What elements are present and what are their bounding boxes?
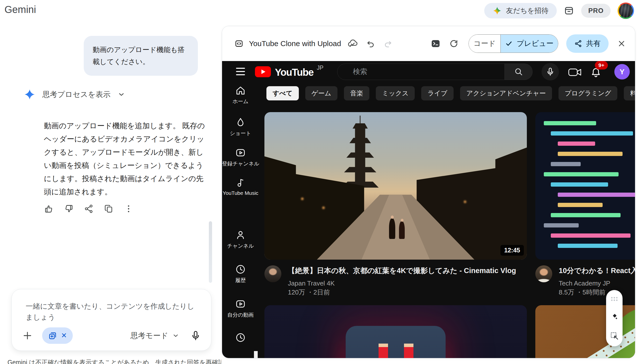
history-icon — [222, 264, 259, 275]
chip-games[interactable]: ゲーム — [305, 86, 338, 100]
preview-scrollbar[interactable] — [254, 351, 258, 358]
disclaimer-text: Gemini は不正確な情報を表示することがあるため、生成された回答を再確認する… — [8, 358, 221, 364]
youtube-logo-icon[interactable] — [255, 66, 271, 77]
gemini-sparkle-multicolor-icon — [493, 6, 502, 15]
close-icon[interactable] — [617, 39, 626, 48]
voice-input-icon[interactable] — [190, 330, 201, 341]
share-icon — [574, 40, 582, 48]
copy-button[interactable] — [102, 202, 116, 216]
shorts-icon — [222, 117, 259, 128]
menu-icon[interactable] — [236, 68, 245, 75]
code-file-icon — [234, 39, 244, 48]
remove-canvas-icon[interactable]: ✕ — [61, 332, 67, 339]
account-avatar[interactable] — [618, 2, 634, 19]
youtube-wordmark[interactable]: YouTube — [275, 67, 314, 78]
chip-cooking[interactable]: 料理 — [624, 86, 635, 100]
video-title[interactable]: 【絶景】日本の秋、京都の紅葉を4Kで撮影してみた - Cinematic Vlo… — [288, 265, 516, 276]
drag-handle-icon[interactable] — [610, 296, 618, 302]
canvas-title[interactable]: YouTube Clone with Upload — [249, 39, 341, 48]
search-input[interactable]: 検索 — [337, 64, 505, 80]
gemini-edit-icon[interactable] — [610, 312, 619, 321]
app-title: Gemini — [4, 4, 36, 15]
chip-all[interactable]: すべて — [266, 86, 299, 100]
clock-icon — [222, 332, 259, 343]
create-video-icon[interactable] — [568, 68, 582, 77]
sidebar-item-youtube-music[interactable]: YouTube Music — [222, 177, 259, 196]
canvas-header: YouTube Clone with Upload コード — [222, 26, 635, 61]
chip-mixes[interactable]: ミックス — [376, 86, 415, 100]
video-title[interactable]: 10分でわかる！React入門 — [559, 265, 635, 276]
youtube-avatar[interactable]: Y — [614, 64, 630, 80]
thinking-mode-select[interactable]: 思考モード — [130, 330, 179, 341]
channel-name[interactable]: Tech Academy JP — [559, 279, 635, 287]
tab-preview[interactable]: プレビュー — [501, 35, 558, 52]
refresh-preview-button[interactable] — [449, 39, 458, 48]
pro-badge: PRO — [581, 4, 610, 18]
home-icon — [222, 85, 259, 96]
search-placeholder: 検索 — [353, 64, 504, 80]
channel-avatar[interactable] — [535, 265, 552, 282]
canvas-icon — [48, 331, 57, 340]
sidebar-item-subscriptions[interactable]: 登録チャンネル — [222, 147, 259, 167]
duration-badge: 12:45 — [500, 245, 524, 256]
thinking-process-toggle[interactable]: 思考プロセスを表示 — [24, 89, 125, 100]
chip-action-adventure[interactable]: アクションアドベンチャー — [460, 86, 552, 100]
share-label: 共有 — [586, 38, 600, 48]
your-videos-icon — [222, 298, 259, 310]
canvas-panel: YouTube Clone with Upload コード — [222, 26, 635, 358]
voice-search-icon[interactable] — [542, 63, 559, 80]
video-thumbnail-kyoto[interactable]: 12:45 — [264, 112, 527, 260]
channel-icon — [222, 230, 259, 240]
music-icon — [222, 177, 259, 188]
sidebar-item-home[interactable]: ホーム — [222, 85, 259, 105]
canvas-tool-chip[interactable]: ✕ — [42, 328, 73, 344]
channel-name[interactable]: Japan Travel 4K — [288, 279, 516, 287]
video-meta[interactable]: 【絶景】日本の秋、京都の紅葉を4Kで撮影してみた - Cinematic Vlo… — [264, 265, 527, 296]
search-button[interactable] — [505, 64, 532, 80]
channel-avatar[interactable] — [264, 265, 281, 282]
sidebar-item-your-videos[interactable]: 自分の動画 — [222, 298, 259, 318]
sidebar-item-history[interactable]: 履歴 — [222, 264, 259, 284]
sidebar-item-shorts[interactable]: ショート — [222, 117, 259, 137]
tab-code[interactable]: コード — [469, 35, 501, 52]
sidebar-item-channel[interactable]: チャンネル — [222, 230, 259, 250]
youtube-preview: YouTube JP 検索 9+ Y ホーム — [222, 61, 635, 358]
invite-friends-button[interactable]: 友だちを招待 — [484, 3, 557, 18]
thumbs-down-button[interactable] — [62, 202, 76, 216]
tab-preview-label: プレビュー — [517, 38, 554, 48]
header-actions: 友だちを招待 PRO — [484, 2, 634, 19]
notification-count-badge: 9+ — [595, 61, 608, 70]
undo-button[interactable] — [366, 39, 375, 48]
user-message-text: 動画のアップロード機能も搭載してください。 — [93, 46, 185, 66]
archive-icon[interactable] — [564, 6, 574, 16]
sidebar-item-watch-later[interactable] — [222, 332, 259, 345]
model-response-text: 動画のアップロード機能を追加します。 既存のヘッダーにあるビデオカメラアイコンを… — [44, 119, 205, 198]
check-icon — [505, 40, 513, 47]
chip-music[interactable]: 音楽 — [344, 86, 369, 100]
chevron-down-icon — [172, 332, 179, 339]
more-options-icon[interactable] — [122, 202, 136, 216]
redo-button[interactable] — [384, 39, 392, 48]
select-element-icon[interactable] — [610, 331, 619, 340]
console-icon[interactable] — [431, 38, 440, 48]
share-response-button[interactable] — [82, 202, 96, 216]
chip-live[interactable]: ライブ — [421, 86, 454, 100]
subscriptions-icon — [222, 147, 259, 158]
share-button[interactable]: 共有 — [566, 34, 608, 53]
video-thumbnail-react[interactable] — [535, 112, 635, 260]
chat-scrollbar[interactable] — [209, 221, 212, 283]
video-stats: 8.5万 ・5時間前 — [559, 288, 635, 296]
prompt-composer[interactable]: 一緒に文章を書いたり、コンテンツを作成したりしましょう ✕ 思考モード — [12, 289, 211, 351]
region-badge: JP — [317, 64, 324, 71]
add-attachment-button[interactable] — [22, 330, 33, 341]
chip-programming[interactable]: プログラミング — [558, 86, 617, 100]
video-meta[interactable]: 10分でわかる！React入門 Tech Academy JP 8.5万 ・5時… — [535, 265, 635, 296]
thumbs-up-button[interactable] — [42, 202, 56, 216]
gemini-sparkle-icon — [24, 89, 36, 100]
invite-friends-label: 友だちを招待 — [506, 6, 548, 16]
thinking-toggle-label: 思考プロセスを表示 — [42, 90, 111, 100]
canvas-floating-toolbar — [606, 290, 622, 346]
cloud-saved-icon — [348, 38, 358, 48]
video-thumbnail-streaming[interactable] — [264, 305, 527, 358]
code-preview-toggle: コード プレビュー — [468, 34, 558, 53]
